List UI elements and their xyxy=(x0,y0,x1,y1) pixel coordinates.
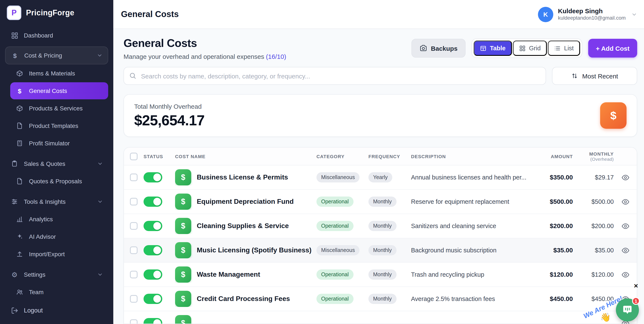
row-name-cell: $ Credit Card Processing Fees xyxy=(175,291,316,307)
sidebar-item-ai-advisor[interactable]: AI Advisor xyxy=(10,228,108,245)
view-details-button[interactable] xyxy=(621,222,629,230)
row-name-cell: $ Music Licensing (Spotify Business) xyxy=(175,242,316,258)
dollar-icon: $ xyxy=(15,87,24,94)
sidebar-item-tools-insights[interactable]: Tools & Insights xyxy=(5,193,108,210)
status-toggle[interactable] xyxy=(144,294,162,304)
row-amount-cell: $350.00 xyxy=(528,174,573,181)
row-description-cell: Trash and recycling pickup xyxy=(411,271,528,278)
sidebar-item-dashboard[interactable]: Dashboard xyxy=(5,27,108,44)
cost-name: Equipment Depreciation Fund xyxy=(197,198,294,205)
row-name-cell: $ xyxy=(175,315,316,324)
sidebar-item-label: AI Advisor xyxy=(29,233,56,240)
sidebar-item-label: Team xyxy=(29,289,44,295)
row-description-cell: Annual business licenses and health per.… xyxy=(411,174,528,181)
user-meta: Kuldeep Singh kuldeeptandon10@gmail.com xyxy=(558,7,626,22)
sidebar-item-team[interactable]: Team xyxy=(10,283,108,299)
users-icon xyxy=(15,289,24,295)
user-menu[interactable]: K Kuldeep Singh kuldeeptandon10@gmail.co… xyxy=(538,7,637,22)
view-tab-grid[interactable]: Grid xyxy=(513,41,547,56)
status-toggle[interactable] xyxy=(144,197,162,207)
sidebar-item-product-templates[interactable]: Product Templates xyxy=(10,117,108,134)
view-details-button[interactable] xyxy=(621,270,629,279)
sidebar-item-label: Analytics xyxy=(29,216,53,222)
page-actions: Backups Table Gri xyxy=(411,38,637,58)
sort-button[interactable]: Most Recent xyxy=(552,67,637,85)
frequency-badge: Monthly xyxy=(368,294,396,304)
cost-name: Music Licensing (Spotify Business) xyxy=(197,246,312,254)
view-details-button[interactable] xyxy=(621,198,629,206)
row-checkbox[interactable] xyxy=(130,246,138,254)
row-frequency-cell: Monthly xyxy=(368,221,411,231)
sidebar-item-import-export[interactable]: Import/Export xyxy=(10,245,108,263)
cost-amount: $500.00 xyxy=(550,198,573,205)
row-check-cell xyxy=(124,271,144,278)
sidebar-item-items-materials[interactable]: Items & Materials xyxy=(10,65,108,82)
category-badge: Operational xyxy=(316,269,353,280)
row-checkbox[interactable] xyxy=(130,198,138,205)
status-toggle[interactable] xyxy=(144,245,162,255)
settings-submenu: Team xyxy=(10,283,108,299)
view-details-button[interactable] xyxy=(621,246,629,254)
row-frequency-cell: Monthly xyxy=(368,269,411,280)
row-checkbox[interactable] xyxy=(130,319,138,324)
cost-description: Annual business licenses and health per.… xyxy=(411,174,526,181)
row-check-cell xyxy=(124,222,144,230)
sidebar-item-general-costs[interactable]: $ General Costs xyxy=(10,82,108,99)
chat-launcher-button[interactable]: 1 xyxy=(616,298,639,321)
status-toggle[interactable] xyxy=(144,172,162,182)
sidebar-item-label: General Costs xyxy=(29,87,67,94)
sidebar-item-settings[interactable]: ⚙ Settings xyxy=(5,266,108,283)
view-tab-list[interactable]: List xyxy=(548,41,580,56)
sidebar-item-quotes-proposals[interactable]: Quotes & Proposals xyxy=(10,173,108,190)
search-input[interactable] xyxy=(124,67,546,85)
status-toggle[interactable] xyxy=(144,318,162,324)
waving-hand-icon: 👋 xyxy=(600,312,611,322)
select-all-checkbox[interactable] xyxy=(130,152,138,160)
user-email: kuldeeptandon10@gmail.com xyxy=(558,15,626,22)
cost-dollar-icon: $ xyxy=(175,169,191,185)
chat-close-button[interactable]: × xyxy=(634,282,638,289)
row-frequency-cell: Monthly xyxy=(368,294,411,304)
eye-icon xyxy=(621,198,629,206)
status-toggle[interactable] xyxy=(144,269,162,280)
summary-value: $25,654.17 xyxy=(134,112,204,129)
backups-button[interactable]: Backups xyxy=(411,39,466,58)
sidebar-item-analytics[interactable]: Analytics xyxy=(10,211,108,228)
row-check-cell xyxy=(124,198,144,205)
sort-label: Most Recent xyxy=(582,72,618,80)
sidebar-item-label: Tools & Insights xyxy=(24,198,66,205)
chat-unread-badge: 1 xyxy=(632,297,640,305)
sidebar-item-cost-pricing[interactable]: $ Cost & Pricing xyxy=(5,47,108,64)
frequency-badge: Monthly xyxy=(368,245,396,255)
app-logo: P PricingForge xyxy=(0,0,113,26)
row-actions-cell xyxy=(614,198,637,206)
status-toggle[interactable] xyxy=(144,221,162,231)
row-frequency-cell: Yearly xyxy=(368,172,411,182)
app-root: P PricingForge Dashboard $ Cost & Pricin… xyxy=(0,0,644,324)
cost-monthly: $35.00 xyxy=(595,247,614,254)
col-header-monthly: Monthly (Overhead) xyxy=(573,151,614,161)
row-amount-cell: $35.00 xyxy=(528,246,573,254)
row-checkbox[interactable] xyxy=(130,222,138,230)
frequency-badge: Monthly xyxy=(368,221,396,231)
table-row: $ Waste Management Operational Monthly T… xyxy=(124,263,637,287)
logout-label: Logout xyxy=(24,307,43,314)
sidebar-item-products-services[interactable]: Products & Services xyxy=(10,100,108,117)
table-row: $ xyxy=(124,311,637,324)
tools-insights-submenu: Analytics AI Advisor Import/Export xyxy=(10,210,108,263)
row-status-cell xyxy=(144,197,175,207)
sidebar-item-profit-simulator[interactable]: Profit Simulator xyxy=(10,135,108,152)
view-details-button[interactable] xyxy=(621,173,629,181)
view-tab-table[interactable]: Table xyxy=(474,41,512,56)
cost-name: Credit Card Processing Fees xyxy=(197,295,290,303)
logout-button[interactable]: Logout xyxy=(10,302,103,319)
row-amount-cell: $120.00 xyxy=(528,271,573,278)
row-checkbox[interactable] xyxy=(130,174,138,181)
row-checkbox[interactable] xyxy=(130,271,138,278)
row-monthly-cell: $500.00 xyxy=(573,198,614,205)
page-subtitle: Manage your overhead and operational exp… xyxy=(124,53,286,60)
sidebar-item-sales-quotes[interactable]: Sales & Quotes xyxy=(5,155,108,172)
row-checkbox[interactable] xyxy=(130,295,138,303)
chevron-down-icon xyxy=(631,11,637,17)
add-cost-button[interactable]: + Add Cost xyxy=(588,39,637,58)
